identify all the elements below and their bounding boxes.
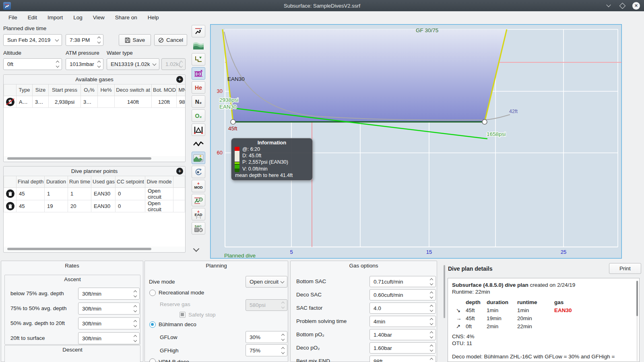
safety-stop-label: Safety stop — [188, 312, 216, 318]
gflow-label: GFLow — [160, 334, 178, 340]
points-hscrollbar[interactable] — [7, 248, 151, 250]
water-type-select[interactable]: EN13319 (1.02k — [107, 58, 159, 70]
menu-log[interactable]: Log — [69, 13, 87, 22]
recreational-mode-radio[interactable] — [149, 290, 156, 296]
buhlmann-deco-label: Bühlmann deco — [159, 321, 196, 327]
gas-mnd[interactable]: 98f — [177, 96, 186, 108]
mod-icon[interactable]: MOD+ — [192, 180, 205, 192]
tissues-icon[interactable] — [192, 123, 205, 136]
deco-time-icon[interactable] — [192, 194, 205, 206]
point-depth[interactable]: 45 — [17, 200, 45, 212]
gas-deco-switch[interactable]: 140ft — [115, 96, 152, 108]
best-mix-end-stepper[interactable]: 98ft — [369, 356, 436, 362]
point-runtime[interactable]: 20 — [68, 200, 91, 212]
gas-change-icon[interactable] — [192, 166, 205, 178]
menu-help[interactable]: Help — [143, 13, 163, 22]
gas-o2[interactable]: 3… — [81, 96, 98, 108]
save-label: Save — [133, 37, 145, 43]
dive-profile-chart[interactable]: GF 30/75 EAN30 2938psi EAN30 45ft 42ft 1… — [210, 24, 622, 259]
gflow-stepper[interactable]: 30% — [246, 331, 287, 343]
splitter-handle[interactable] — [444, 265, 445, 318]
gas-size[interactable]: 3… — [33, 96, 49, 108]
sac-factor-stepper[interactable]: 4.0 — [369, 302, 436, 314]
gas-bot-mod[interactable]: 120ft — [152, 96, 177, 108]
ascent-rate-2-stepper[interactable]: 30ft/min — [78, 302, 140, 315]
menu-view[interactable]: View — [89, 13, 109, 22]
dc-ceiling-icon[interactable] — [192, 67, 205, 80]
ascent-rate-4-stepper[interactable]: 30ft/min — [78, 332, 140, 344]
gas-start-press[interactable]: 2,938psi — [49, 96, 81, 108]
gas-type[interactable]: A… — [17, 96, 33, 108]
ascent-rate-3-stepper[interactable]: 30ft/min — [78, 317, 140, 329]
table-row: A… 3… 2,938psi 3… 140ft 120ft 98f — [4, 96, 186, 108]
bottom-po2-stepper[interactable]: 1.40bar — [369, 329, 436, 340]
cancel-button[interactable]: Cancel — [154, 34, 187, 46]
heliox-icon[interactable]: He — [192, 81, 205, 94]
point-duration[interactable]: 19 — [45, 200, 68, 212]
bottom-sac-stepper[interactable]: 0.71cuft/min — [369, 276, 436, 287]
sac-rate-icon[interactable]: SAC — [192, 222, 205, 234]
photos-icon[interactable] — [192, 152, 205, 164]
heart-rate-icon[interactable] — [192, 138, 205, 150]
add-gas-button[interactable]: + — [176, 76, 183, 83]
save-button[interactable]: Save — [119, 34, 151, 46]
ceiling-icon[interactable] — [192, 53, 205, 66]
atm-pressure-stepper[interactable]: 1013mbar — [66, 58, 103, 70]
safety-stop-checkbox — [180, 312, 186, 318]
rates-panel: Rates Ascent below 75% avg. depth 30ft/m… — [1, 261, 143, 362]
menu-share-on[interactable]: Share on — [111, 13, 142, 22]
point-depth[interactable]: 45 — [17, 187, 45, 200]
point-duration[interactable]: 1 — [45, 187, 68, 200]
ascent-rate-1-stepper[interactable]: 30ft/min — [78, 288, 140, 300]
deco-sac-stepper[interactable]: 0.60cuft/min — [369, 289, 436, 300]
point-setpoint[interactable]: 0 — [116, 200, 145, 212]
spinner-arrows-icon — [430, 343, 433, 353]
gas-he[interactable] — [98, 96, 115, 108]
remove-point-icon[interactable] — [6, 202, 14, 210]
dive-date-select[interactable]: Sun Feb 24, 2019 — [3, 34, 62, 46]
deco-po2-stepper[interactable]: 1.60bar — [369, 342, 436, 354]
point-runtime[interactable]: 1 — [68, 187, 91, 200]
minimize-icon[interactable] — [605, 2, 612, 9]
toolbar-scroll-down-icon[interactable] — [194, 246, 198, 252]
add-point-button[interactable]: + — [176, 168, 183, 175]
problem-time-stepper[interactable]: 4min — [369, 316, 436, 327]
point-mode[interactable]: Open circuit — [145, 187, 173, 200]
point-gas[interactable]: EAN30 — [91, 200, 116, 212]
vpmb-deco-radio[interactable] — [149, 358, 156, 362]
spinner-arrows-icon — [430, 290, 433, 300]
salinity-value: 1.02k( — [165, 61, 181, 67]
segment-arrow-icon: ↘ — [456, 307, 466, 314]
point-gas[interactable]: EAN30 — [91, 187, 116, 200]
nitrogen-icon[interactable]: N₂ — [192, 95, 205, 108]
save-icon — [125, 37, 130, 43]
profile-handle[interactable] — [231, 119, 235, 124]
time-tick-25: 25 — [561, 249, 566, 255]
atm-pressure-value: 1013mbar — [70, 61, 94, 67]
altitude-stepper[interactable]: 0ft — [3, 58, 62, 70]
remove-point-icon[interactable] — [6, 189, 14, 198]
dive-time-stepper[interactable]: 7:38 PM — [66, 34, 103, 46]
print-button[interactable]: Print — [609, 263, 641, 274]
maximize-icon[interactable] — [619, 2, 626, 9]
spinner-arrows-icon — [430, 329, 433, 340]
menu-import[interactable]: Import — [43, 13, 67, 22]
dive-plan-text[interactable]: Subsurface (4.8.5.0) dive plan created o… — [448, 278, 640, 362]
cylinder-delete-icon[interactable] — [6, 98, 14, 106]
menu-file[interactable]: File — [4, 13, 22, 22]
close-icon[interactable]: × — [632, 2, 640, 10]
oxygen-icon[interactable]: O₂ — [192, 109, 205, 122]
dive-profile-icon[interactable] — [192, 25, 205, 37]
point-setpoint[interactable]: 0 — [116, 187, 145, 200]
buhlmann-deco-radio[interactable] — [149, 321, 156, 328]
planning-panel: Planning Dive mode Open circuit Recreati… — [144, 261, 288, 362]
profile-handle[interactable] — [482, 119, 487, 124]
gases-hscrollbar[interactable] — [7, 157, 151, 160]
ead-icon[interactable]: +EAD(···) — [192, 208, 205, 220]
point-mode[interactable]: Open circuit — [145, 200, 173, 212]
menu-edit[interactable]: Edit — [23, 13, 41, 22]
details-vscrollbar[interactable] — [636, 281, 638, 361]
waves-icon[interactable] — [192, 39, 205, 51]
gfhigh-stepper[interactable]: 75% — [246, 344, 287, 356]
dive-mode-select[interactable]: Open circuit — [246, 276, 287, 288]
